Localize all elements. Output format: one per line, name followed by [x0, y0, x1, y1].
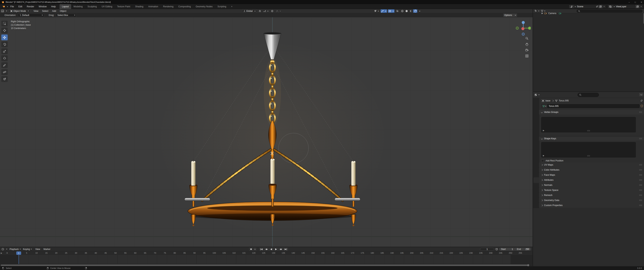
drag-grip-icon[interactable]: [639, 138, 642, 139]
ruler-tick[interactable]: 60: [134, 252, 136, 254]
frame-start-field[interactable]: Start1: [499, 248, 515, 251]
ruler-tick[interactable]: 215: [440, 252, 443, 254]
menu-edit[interactable]: Edit: [18, 5, 22, 8]
ruler-tick[interactable]: 135: [282, 252, 285, 254]
timeline-scrollbar-handle[interactable]: [527, 264, 529, 266]
ruler-tick[interactable]: 105: [222, 252, 226, 254]
tool-annotate[interactable]: [1, 62, 8, 68]
workspace-tab-uv-editing[interactable]: UV Editing: [99, 4, 115, 9]
panel-texture-space[interactable]: Texture Space: [539, 188, 644, 193]
ruler-tick[interactable]: 175: [361, 252, 364, 254]
ruler-tick[interactable]: 185: [380, 252, 384, 254]
datablock-type-dropdown[interactable]: [542, 104, 547, 108]
workspace-tab-shading[interactable]: Shading: [133, 4, 146, 9]
ruler-tick[interactable]: 205: [420, 252, 423, 254]
panel-attributes[interactable]: Attributes: [539, 178, 644, 182]
ruler-tick[interactable]: 195: [400, 252, 404, 254]
list-expand-icon[interactable]: ▶: [543, 129, 544, 131]
tool-orientation-dropdown[interactable]: Default: [18, 14, 44, 17]
timeline-menu-marker[interactable]: Marker: [44, 248, 50, 250]
object-visibility-dropdown[interactable]: [373, 9, 380, 13]
workspace-tab-geometry-nodes[interactable]: Geometry Nodes: [193, 4, 215, 9]
ruler-tick[interactable]: 255: [519, 252, 522, 254]
workspace-tab-compositing[interactable]: Compositing: [176, 4, 193, 9]
jump-to-end-button[interactable]: [284, 247, 288, 251]
prev-keyframe-button[interactable]: [264, 247, 269, 251]
play-reverse-button[interactable]: [269, 247, 274, 251]
ruler-tick[interactable]: -5: [6, 252, 8, 254]
ruler-tick[interactable]: 120: [252, 252, 255, 254]
drag-grip-icon[interactable]: [639, 111, 642, 113]
list-resize-grip[interactable]: [587, 155, 590, 157]
ruler-tick[interactable]: 45: [104, 252, 107, 254]
ruler-tick[interactable]: 160: [331, 252, 334, 254]
auto-keyframe-clock-icon[interactable]: [495, 248, 498, 250]
maximize-button[interactable]: □: [635, 1, 636, 3]
scene-selector[interactable]: Scene ×: [569, 5, 606, 9]
navigation-gizmo[interactable]: [516, 20, 531, 36]
ruler-tick[interactable]: 95: [203, 252, 206, 254]
tool-scale[interactable]: [1, 48, 8, 54]
ruler-tick[interactable]: 75: [164, 252, 166, 254]
list-resize-grip[interactable]: [587, 130, 590, 131]
tool-transform[interactable]: [1, 55, 8, 61]
playhead-badge[interactable]: 1: [16, 251, 21, 255]
ruler-tick[interactable]: 250: [509, 252, 512, 254]
ruler-tick[interactable]: 85: [184, 252, 186, 254]
timeline-menu-playback[interactable]: Playback: [10, 248, 21, 250]
main-chain[interactable]: [264, 59, 281, 126]
gizmo-x-axis[interactable]: [522, 27, 524, 30]
panel-custom-properties[interactable]: Custom Properties: [539, 203, 644, 208]
timeline-editor-icon[interactable]: [2, 248, 4, 250]
ruler-tick[interactable]: 180: [370, 252, 374, 254]
datablock-name[interactable]: Torus.005: [549, 105, 559, 107]
shape-keys-panel-header[interactable]: Shape Keys: [539, 136, 644, 141]
ruler-tick[interactable]: 140: [292, 252, 295, 254]
ruler-tick[interactable]: 5: [26, 252, 27, 254]
ruler-tick[interactable]: 40: [94, 252, 97, 254]
vertex-groups-panel-header[interactable]: Vertex Groups: [539, 110, 644, 114]
viewport-menu-select[interactable]: Select: [42, 10, 48, 12]
current-frame-field[interactable]: 1: [480, 248, 494, 251]
list-expand-icon[interactable]: ▶: [543, 155, 544, 157]
ruler-tick[interactable]: 20: [55, 252, 57, 254]
ruler-tick[interactable]: 90: [194, 252, 196, 254]
fake-user-shield-icon[interactable]: [640, 105, 643, 107]
ruler-tick[interactable]: 200: [410, 252, 413, 254]
show-overlays-toggle[interactable]: [388, 9, 394, 13]
gizmo-y-axis[interactable]: [528, 27, 531, 30]
viewport-menu-add[interactable]: Add: [52, 10, 56, 12]
ruler-tick[interactable]: 70: [154, 252, 156, 254]
ruler-tick[interactable]: 30: [75, 252, 77, 254]
ruler-tick[interactable]: 145: [302, 252, 305, 254]
show-gizmo-toggle[interactable]: [380, 9, 387, 13]
remove-view-layer-icon[interactable]: ×: [639, 5, 643, 8]
vertex-groups-list[interactable]: ▶: [541, 117, 636, 132]
ruler-tick[interactable]: 110: [232, 252, 236, 254]
ruler-tick[interactable]: 230: [469, 252, 473, 254]
tool-measure[interactable]: [1, 69, 8, 75]
cache-arrow-icon[interactable]: ▶: [1, 252, 2, 254]
ruler-tick[interactable]: 15: [45, 252, 48, 254]
outliner-scrollbar[interactable]: [643, 13, 644, 24]
tool-select-box[interactable]: [1, 21, 8, 27]
tool-rotate[interactable]: [1, 41, 8, 47]
drag-grip-icon[interactable]: [639, 184, 642, 186]
drag-grip-icon[interactable]: [639, 200, 642, 201]
panel-geometry-data[interactable]: Geometry Data: [539, 198, 644, 203]
menu-help[interactable]: Help: [51, 5, 56, 8]
pin-id-icon[interactable]: [640, 99, 643, 102]
panel-remesh[interactable]: Remesh: [539, 193, 644, 198]
ruler-tick[interactable]: 130: [272, 252, 275, 254]
unlink-scene-icon[interactable]: ×: [602, 5, 606, 8]
pan-hand-icon[interactable]: [525, 43, 528, 46]
expand-arrow-icon[interactable]: ▶: [542, 12, 543, 14]
ruler-tick[interactable]: 245: [499, 252, 502, 254]
gizmo-y-neg-axis[interactable]: [516, 27, 518, 30]
ruler-tick[interactable]: 155: [321, 252, 324, 254]
transform-orientation-dropdown[interactable]: Global: [242, 9, 257, 13]
minimize-button[interactable]: –: [629, 1, 630, 3]
viewport-menu-view[interactable]: View: [34, 10, 38, 12]
camera-view-icon[interactable]: [525, 49, 528, 52]
jump-to-start-button[interactable]: [259, 247, 264, 251]
